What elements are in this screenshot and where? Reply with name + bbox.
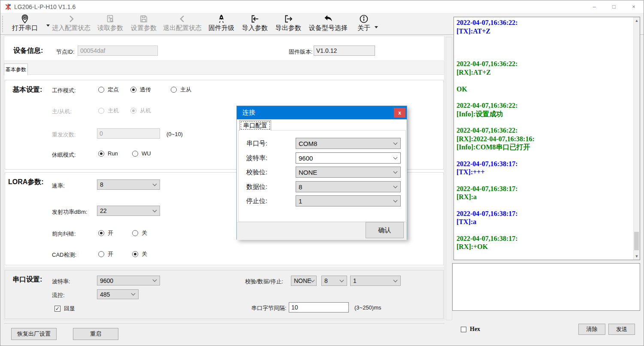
radio-unchecked-icon [132,230,138,236]
dialog-stop-bits-label: 停止位: [246,197,267,205]
lora-rate-label: 速率: [52,182,65,190]
maximize-button[interactable]: □ [604,0,624,13]
confirm-button[interactable]: 确认 [366,222,404,238]
byte-interval-hint: (3~250)ms [354,304,381,311]
toolbar-firmware-upgrade-button[interactable]: 固件升级 [207,14,236,34]
cad-option-on[interactable]: 开 [98,250,113,258]
work-mode-option-transparent[interactable]: 透传 [130,86,151,94]
data-bits-select[interactable]: 8 [321,276,347,286]
tab-basic-params[interactable]: 基本参数 [4,64,28,75]
chevron-down-icon [153,278,157,282]
log-scrollbar[interactable]: ▲ ▼ [633,17,640,260]
log-entry: 2022-04-07,16:38:17: [RX]:a [457,185,630,201]
close-button[interactable]: × [624,0,644,13]
cad-option-off[interactable]: 关 [132,250,147,258]
master-slave-label: 主/从机: [52,108,72,115]
work-mode-option-fixed[interactable]: 定点 [98,86,119,94]
tx-power-select[interactable]: 22 [97,206,160,216]
byte-interval-label: 串口字节间隔: [251,304,287,312]
minimize-button[interactable]: – [584,0,604,13]
dialog-stop-bits-select[interactable]: 1 [296,195,401,206]
serial-pin-icon [20,14,30,24]
restart-button[interactable]: 重启 [73,328,118,340]
send-button[interactable]: 发送 [608,324,635,335]
clear-button[interactable]: 清除 [578,324,605,335]
resend-count-field: 0 [97,128,160,139]
radio-disabled-checked-icon [130,108,136,114]
radio-checked-icon [132,251,138,257]
flow-control-label: 流控: [52,291,65,299]
fec-option-off[interactable]: 关 [132,229,147,237]
factory-reset-button[interactable]: 恢复出厂设置 [11,328,57,340]
firmware-version-label: 固件版本: [289,48,313,56]
toolbar-import-params-button[interactable]: 导入参数 [240,14,269,34]
radio-unchecked-icon [98,87,104,93]
toolbar-open-serial-button[interactable]: 打开串口 [6,14,43,34]
chevron-down-icon [393,184,398,188]
toolbar-enter-config-button: 进入配置状态 [51,14,91,34]
open-serial-dropdown-icon[interactable] [46,24,50,27]
sleep-mode-label: 休眠模式: [52,151,76,159]
send-input[interactable] [452,263,640,311]
parity-select[interactable]: NONE [291,276,317,286]
cad-label: CAD检测: [52,251,76,259]
toolbar-read-params-label: 读取参数 [97,24,123,32]
dialog-data-bits-select[interactable]: 8 [296,181,401,192]
toolbar-export-params-label: 导出参数 [275,24,301,32]
main-scrollbar[interactable] [446,37,452,320]
radio-checked-icon [130,87,136,93]
checkbox-unchecked-icon [461,327,466,332]
toolbar-grip [2,16,3,32]
fec-option-on[interactable]: 开 [98,229,113,237]
radio-checked-icon [98,151,104,157]
toolbar-about-button[interactable]: 关于 [355,14,373,34]
tab-serial-config[interactable]: 串口配置 [239,120,271,131]
sleep-mode-option-wu[interactable]: WU [132,150,151,157]
toolbar-device-model-label: 设备型号选择 [309,24,348,32]
save-icon [139,14,148,24]
toolbar-open-serial-label: 打开串口 [12,24,38,32]
import-icon [250,14,260,24]
scroll-up-icon[interactable]: ▲ [634,17,640,24]
serial-baud-label: 波特率: [52,278,70,285]
stop-bits-select[interactable]: 1 [350,276,401,286]
dialog-parity-select[interactable]: NONE [296,167,401,178]
chevron-right-icon [67,14,76,24]
echo-checkbox[interactable]: ✓ 回显 [54,305,75,313]
toolbar-export-params-button[interactable]: 导出参数 [274,14,303,34]
lora-params-title: LORA参数: [8,178,44,187]
log-scrollbar-thumb[interactable] [634,232,639,250]
chevron-down-icon [311,278,315,282]
scroll-down-icon[interactable]: ▼ [634,253,640,260]
connect-dialog-title: 连接 [242,109,255,117]
chevron-down-icon [393,169,398,173]
toolbar-overflow-icon[interactable] [375,26,378,28]
toolbar-device-model-button[interactable]: 设备型号选择 [306,14,350,34]
flow-control-select[interactable]: 485 [97,289,139,299]
lora-rate-select[interactable]: 8 [97,179,160,190]
info-icon [359,14,369,24]
firmware-version-field[interactable]: V1.0.12 [314,46,375,56]
log-entry: 2022-04-07,16:36:22: [TX]:AT+Z [457,18,630,35]
dialog-baud-label: 波特率: [246,154,267,162]
serial-baud-select[interactable]: 9600 [97,276,160,285]
tab-strip [4,61,444,75]
parity-data-stop-label: 校验/数据/停止: [245,278,283,285]
log-output[interactable]: 2022-04-07,16:36:22: [TX]:AT+Z 2022-04-0… [454,17,640,260]
node-id-label: 节点ID: [56,48,75,56]
work-mode-label: 工作模式: [52,87,76,94]
serial-settings-title: 串口设置: [12,275,42,284]
window-title: LG206-L-P-H10 V1.1.6 [14,3,76,10]
work-mode-option-master-slave[interactable]: 主从 [171,86,191,94]
log-entry: 2022-04-07,16:36:22: [RX]:AT+Z OK [457,60,630,93]
hex-checkbox[interactable]: Hex [461,326,480,333]
com-port-select[interactable]: COM8 [296,138,401,149]
toolbar-about-label: 关于 [357,24,370,32]
byte-interval-field[interactable]: 10 [289,302,349,313]
dialog-close-button[interactable]: x [394,108,405,118]
dialog-baud-select[interactable]: 9600 [296,152,401,164]
radio-unchecked-icon [171,87,177,93]
doc-search-icon [106,14,115,24]
sleep-mode-option-run[interactable]: Run [98,150,118,157]
checkbox-checked-icon: ✓ [54,306,60,312]
